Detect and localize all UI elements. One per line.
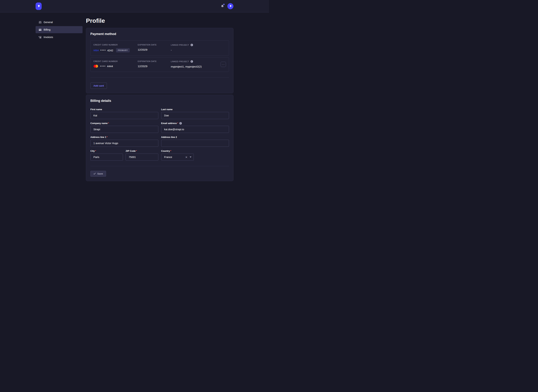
settings-sidebar: General Billing $ Invoices [36, 19, 83, 41]
invoice-icon: $ [39, 36, 42, 39]
card-last4: 4242 [107, 49, 113, 52]
last-name-field[interactable] [161, 112, 229, 119]
expiration-header: EXPIRATION DATE [138, 44, 171, 46]
notification-dot [223, 4, 224, 5]
company-name-label: Company name [90, 122, 108, 125]
billing-details-title: Billing details [90, 99, 229, 103]
notifications-button[interactable] [221, 4, 224, 8]
address-line1-group: Address line 1 * [90, 136, 158, 147]
card-actions-menu-button[interactable]: ··· [221, 62, 226, 67]
chevron-down-icon [190, 157, 191, 158]
linked-project-value: myproject1, myproject2(2) [171, 65, 221, 68]
billing-details-panel: Billing details First name Last name Com… [86, 95, 233, 181]
city-zip-row: City * ZIP Code * [90, 150, 158, 161]
mastercard-logo [93, 65, 98, 68]
info-icon[interactable]: i [190, 44, 193, 46]
strapi-bolt-icon [229, 4, 232, 8]
page-title: Profile [86, 17, 233, 24]
expiration-value: 12/2029 [138, 65, 171, 68]
address-line1-label: Address line 1 [90, 136, 106, 138]
expiration-column: EXPIRATION DATE 12/2029 [138, 60, 171, 68]
info-icon[interactable]: i [190, 60, 193, 63]
card-number-column: CREDIT CARD NUMBER VISA •••• 4242 PRIMAR… [93, 44, 138, 52]
info-icon[interactable]: i [179, 122, 182, 125]
card-number-header: CREDIT CARD NUMBER [93, 44, 138, 46]
credit-card-icon [39, 28, 42, 31]
zip-field[interactable] [126, 154, 158, 161]
add-card-button[interactable]: Add card [90, 83, 107, 89]
country-select[interactable]: France ✕ [161, 154, 194, 161]
sidebar-item-invoices[interactable]: $ Invoices [36, 34, 83, 41]
strapi-bolt-icon [37, 4, 41, 8]
visa-logo: VISA [93, 49, 99, 52]
expiration-column: EXPIRATION DATE 12/2029 [138, 44, 171, 51]
first-name-group: First name [90, 108, 158, 119]
card-number-header: CREDIT CARD NUMBER [93, 60, 138, 62]
country-value: France [164, 156, 185, 159]
sidebar-item-label: General [44, 21, 53, 24]
topbar [0, 0, 269, 12]
email-field[interactable] [161, 126, 229, 133]
sidebar-item-general[interactable]: General [36, 19, 83, 26]
card-number-column: CREDIT CARD NUMBER •••• 4444 [93, 60, 138, 68]
profile-page: Profile Payment method CREDIT CARD NUMBE… [86, 17, 233, 181]
linked-project-column: LINKED PROJECT i - [171, 44, 221, 51]
credit-card-row-visa: CREDIT CARD NUMBER VISA •••• 4242 PRIMAR… [90, 40, 229, 56]
clear-icon[interactable]: ✕ [185, 156, 187, 159]
first-name-field[interactable] [90, 112, 158, 119]
country-label: Country [161, 150, 170, 152]
sidebar-item-label: Billing [44, 28, 51, 31]
city-label: City [90, 150, 95, 152]
required-marker: * [136, 150, 137, 152]
zip-label: ZIP Code [126, 150, 136, 152]
required-marker: * [170, 150, 171, 152]
divider [90, 166, 229, 166]
check-icon [93, 173, 96, 175]
credit-card-row-mastercard: CREDIT CARD NUMBER •••• 4444 EXPIRATION … [90, 57, 229, 72]
topbar-actions [221, 3, 233, 9]
payment-method-title: Payment method [90, 32, 229, 36]
card-dots: •••• [100, 65, 106, 68]
user-avatar[interactable] [227, 3, 233, 9]
sliders-icon [39, 21, 42, 24]
last-name-label: Last name [161, 108, 229, 111]
first-name-label: First name [90, 108, 158, 111]
city-group: City * [90, 150, 123, 161]
company-name-field[interactable] [90, 126, 158, 133]
address-line2-group: Address line 2 [161, 136, 229, 147]
last-name-group: Last name [161, 108, 229, 119]
payment-method-panel: Payment method CREDIT CARD NUMBER VISA •… [86, 28, 233, 93]
card-dots: •••• [100, 49, 106, 51]
address-line1-field[interactable] [90, 140, 158, 147]
strapi-logo[interactable] [36, 2, 42, 10]
save-button-label: Save [97, 172, 103, 175]
primary-badge: PRIMARY [116, 48, 129, 52]
address-line2-label: Address line 2 [161, 136, 229, 138]
linked-project-column: LINKED PROJECT i myproject1, myproject2(… [171, 60, 221, 68]
required-marker: * [108, 122, 109, 125]
expiration-header: EXPIRATION DATE [138, 60, 171, 62]
card-last4: 4444 [107, 65, 113, 68]
linked-project-header: LINKED PROJECT [171, 61, 189, 63]
expiration-value: 12/2029 [138, 48, 171, 51]
ellipsis-icon: ··· [222, 63, 225, 66]
email-label: Email address [161, 122, 177, 125]
save-button[interactable]: Save [90, 171, 106, 177]
email-group: Email address * i [161, 122, 229, 133]
linked-project-header: LINKED PROJECT [171, 44, 189, 46]
required-marker: * [107, 136, 107, 138]
billing-form: First name Last name Company name * Emai… [90, 108, 229, 161]
linked-project-value: - [171, 48, 221, 51]
required-marker: * [95, 150, 96, 152]
required-marker: * [177, 122, 178, 125]
svg-text:$: $ [39, 36, 40, 37]
country-row: Country * France ✕ [161, 150, 229, 161]
sidebar-item-billing[interactable]: Billing [36, 26, 83, 33]
sidebar-item-label: Invoices [44, 36, 53, 39]
zip-group: ZIP Code * [126, 150, 158, 161]
country-group: Country * France ✕ [161, 150, 194, 161]
address-line2-field[interactable] [161, 140, 229, 147]
company-name-group: Company name * [90, 122, 158, 133]
bell-icon [221, 5, 224, 8]
city-field[interactable] [90, 154, 123, 161]
